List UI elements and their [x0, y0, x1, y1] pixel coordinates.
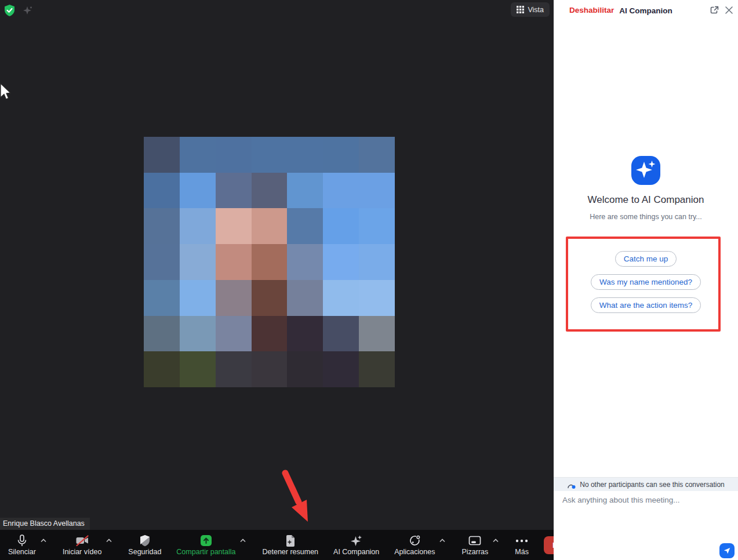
- welcome-subtitle: Here are some things you can try...: [554, 213, 738, 221]
- pixel-cell: [287, 351, 323, 387]
- stop-summary-button[interactable]: Detener resumen: [262, 534, 318, 556]
- pixel-cell: [252, 280, 288, 316]
- pixel-cell: [252, 351, 288, 387]
- suggestion-action-items[interactable]: What are the action items?: [591, 297, 701, 313]
- pixel-cell: [216, 208, 252, 244]
- pixel-cell: [216, 280, 252, 316]
- whiteboard-icon: [468, 536, 481, 546]
- chevron-up-icon[interactable]: [106, 539, 112, 543]
- pixel-cell: [323, 208, 359, 244]
- more-dots-icon: [515, 539, 528, 543]
- chevron-up-icon[interactable]: [41, 539, 46, 543]
- pixel-cell: [180, 351, 216, 387]
- more-button[interactable]: Más: [515, 534, 529, 556]
- microphone-icon: [17, 534, 27, 547]
- popout-icon[interactable]: [710, 5, 719, 15]
- pixel-cell: [180, 137, 216, 173]
- zoom-meeting-window: Vista Enrique Blasco Avellanas: [0, 0, 738, 560]
- pixel-cell: [216, 316, 252, 352]
- more-label: Más: [515, 548, 529, 556]
- apps-icon: [409, 534, 421, 547]
- welcome-title: Welcome to AI Companion: [554, 194, 738, 206]
- pixel-cell: [144, 316, 180, 352]
- ai-sparkle-disabled-icon[interactable]: [23, 5, 34, 16]
- pixel-cell: [359, 137, 395, 173]
- welcome-block: Welcome to AI Companion Here are some th…: [554, 155, 738, 221]
- ai-companion-panel: Deshabilitar AI Companion Welco: [554, 0, 738, 560]
- pixel-cell: [180, 244, 216, 280]
- pixel-cell: [180, 173, 216, 209]
- suggestion-catch-me-up[interactable]: Catch me up: [615, 251, 677, 267]
- pixel-cell: [180, 280, 216, 316]
- pixel-cell: [359, 244, 395, 280]
- share-screen-label: Compartir pantalla: [176, 548, 235, 556]
- suggestion-list: Catch me up Was my name mentioned? What …: [554, 251, 738, 313]
- pixel-cell: [359, 351, 395, 387]
- meeting-status-icons: [3, 4, 34, 17]
- pixel-cell: [323, 316, 359, 352]
- meeting-stage: Vista Enrique Blasco Avellanas: [0, 0, 554, 530]
- pixelated-video: [144, 137, 395, 387]
- pixel-cell: [144, 137, 180, 173]
- camera-off-icon: [75, 535, 89, 547]
- meeting-toolbar: Silenciar Iniciar vídeo: [0, 530, 554, 560]
- pixel-cell: [180, 208, 216, 244]
- privacy-note-text: No other participants can see this conve…: [580, 481, 724, 489]
- panel-header: Deshabilitar AI Companion: [554, 0, 738, 22]
- pixel-cell: [323, 244, 359, 280]
- pixel-cell: [287, 173, 323, 209]
- pixel-cell: [287, 137, 323, 173]
- send-icon: [723, 547, 731, 555]
- pixel-cell: [359, 173, 395, 209]
- pixel-cell: [323, 351, 359, 387]
- apps-button[interactable]: Aplicaciones: [394, 534, 446, 556]
- security-label: Seguridad: [128, 548, 161, 556]
- ai-companion-button[interactable]: AI Companion: [333, 534, 379, 556]
- chevron-up-icon[interactable]: [240, 539, 246, 543]
- mute-button[interactable]: Silenciar: [8, 534, 48, 556]
- start-video-label: Iniciar vídeo: [63, 548, 101, 556]
- chevron-up-icon[interactable]: [439, 539, 445, 543]
- pixel-cell: [359, 316, 395, 352]
- ai-chat-input[interactable]: [562, 493, 728, 507]
- pixel-cell: [359, 280, 395, 316]
- security-shield-icon: [139, 534, 151, 547]
- ai-sparkle-icon: [350, 534, 363, 547]
- start-video-button[interactable]: Iniciar vídeo: [63, 534, 113, 556]
- apps-label: Aplicaciones: [394, 548, 435, 556]
- suggestion-name-mentioned[interactable]: Was my name mentioned?: [591, 274, 701, 290]
- ai-companion-logo-icon: [631, 155, 661, 186]
- whiteboards-button[interactable]: Pizarras: [461, 534, 500, 556]
- pixel-cell: [216, 173, 252, 209]
- pixel-cell: [144, 351, 180, 387]
- pixel-cell: [216, 351, 252, 387]
- whiteboards-label: Pizarras: [461, 548, 488, 556]
- privacy-note: No other participants can see this conve…: [554, 477, 738, 491]
- pixel-cell: [252, 316, 288, 352]
- chevron-up-icon[interactable]: [493, 539, 499, 543]
- mouse-cursor: [0, 82, 13, 102]
- private-participant-icon: [567, 480, 576, 489]
- grid-view-icon: [517, 6, 524, 13]
- security-button[interactable]: Seguridad: [128, 534, 161, 556]
- participant-name-label: Enrique Blasco Avellanas: [0, 518, 90, 530]
- shield-check-icon[interactable]: [3, 4, 16, 17]
- pixel-cell: [287, 316, 323, 352]
- pixel-cell: [287, 280, 323, 316]
- pixel-cell: [287, 244, 323, 280]
- share-screen-icon: [200, 534, 212, 547]
- pixel-cell: [323, 137, 359, 173]
- pixel-cell: [216, 244, 252, 280]
- pixel-cell: [216, 137, 252, 173]
- pixel-cell: [359, 208, 395, 244]
- view-button[interactable]: Vista: [511, 2, 550, 17]
- close-icon[interactable]: [725, 6, 733, 14]
- share-screen-button[interactable]: Compartir pantalla: [176, 534, 247, 556]
- send-button[interactable]: [719, 543, 735, 558]
- pixel-cell: [252, 137, 288, 173]
- summary-document-icon: [285, 534, 296, 547]
- annotation-arrow: [277, 466, 315, 526]
- pixel-cell: [144, 280, 180, 316]
- pixel-cell: [252, 173, 288, 209]
- stop-summary-label: Detener resumen: [262, 548, 318, 556]
